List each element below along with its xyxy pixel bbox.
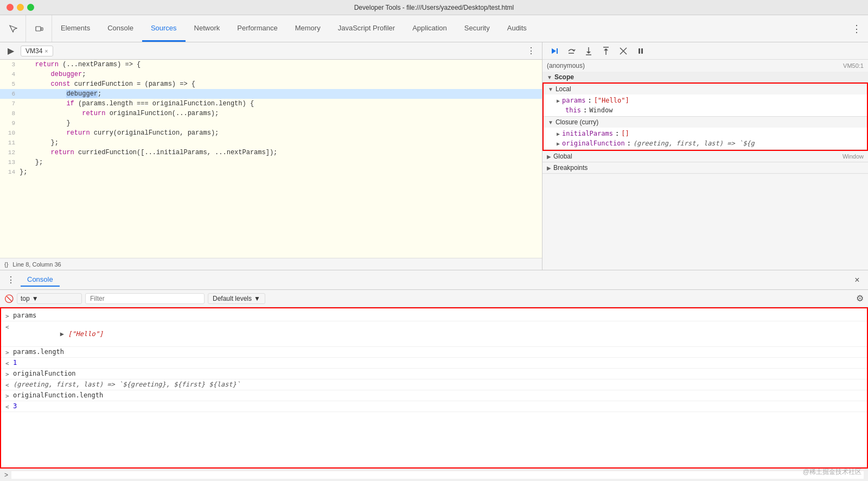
inspect-icon[interactable]: [0, 15, 26, 42]
run-snippet-icon[interactable]: ▶: [4, 45, 17, 58]
console-row[interactable]: < (greeting, first, last) => `${greeting…: [1, 379, 867, 390]
expand-originalfunction-icon[interactable]: ▶: [557, 141, 560, 147]
closure-title: Closure (curry): [556, 118, 598, 126]
vm-reference: VM50:1: [843, 62, 864, 69]
statusbar-braces: {}: [4, 261, 8, 268]
close-button[interactable]: [7, 4, 14, 11]
tab-js-profiler[interactable]: JavaScript Profiler: [329, 15, 404, 42]
var-row-originalfunction[interactable]: ▶ originalFunction : (greeting, first, l…: [544, 138, 867, 148]
scope-label: Scope: [554, 73, 574, 81]
maximize-button[interactable]: [27, 4, 34, 11]
expand-params-icon[interactable]: ▶: [557, 98, 560, 104]
tab-bar: Elements Console Sources Network Perform…: [0, 15, 868, 42]
default-levels-selector[interactable]: Default levels ▼: [208, 293, 265, 304]
console-settings-icon[interactable]: ⚙: [856, 293, 864, 303]
closure-vars: ▶ initialParams : [] ▶ originalFunction …: [544, 128, 867, 149]
var-row-params[interactable]: ▶ params : ["Hello"]: [544, 96, 867, 105]
console-output-arrow: <: [5, 402, 13, 410]
tab-network[interactable]: Network: [186, 15, 229, 42]
step-into-button[interactable]: [582, 45, 596, 57]
code-line: 8 return originalFunction(...params);: [0, 109, 542, 118]
default-levels-label: Default levels: [213, 295, 252, 302]
console-header: ⋮ Console ×: [0, 270, 868, 290]
call-frame-anon[interactable]: (anonymous) VM50:1: [542, 60, 868, 72]
editor-toolbar: ▶ VM34 × ⋮: [0, 42, 542, 60]
console-row[interactable]: < 3: [1, 401, 867, 412]
step-out-button[interactable]: [599, 45, 613, 57]
window-controls[interactable]: [7, 4, 34, 11]
resume-button[interactable]: [547, 45, 561, 57]
tab-console[interactable]: Console: [99, 15, 142, 42]
code-line: 3 return (...nextParams) => {: [0, 60, 542, 69]
console-output-arrow: <: [5, 381, 13, 389]
editor-tab-close[interactable]: ×: [44, 48, 48, 54]
code-line: 4 debugger;: [0, 69, 542, 79]
console-text: 1: [13, 359, 863, 366]
tab-application[interactable]: Application: [404, 15, 456, 42]
var-row-initialparams[interactable]: ▶ initialParams : []: [544, 129, 867, 138]
pause-on-exceptions-button[interactable]: [634, 45, 648, 57]
closure-arrow: ▼: [548, 119, 553, 125]
tab-security[interactable]: Security: [456, 15, 499, 42]
var-value-initialparams: []: [621, 130, 629, 137]
console-row[interactable]: > params: [1, 311, 867, 321]
clear-console-icon[interactable]: 🚫: [4, 294, 14, 303]
tab-elements[interactable]: Elements: [52, 15, 99, 42]
deactivate-breakpoints-button[interactable]: [616, 45, 630, 57]
console-input-arrow: >: [5, 348, 13, 356]
expand-initialparams-icon[interactable]: ▶: [557, 131, 560, 137]
console-row[interactable]: < 1: [1, 358, 867, 369]
context-dropdown-icon: ▼: [32, 295, 39, 302]
context-value: top: [21, 295, 30, 302]
svg-marker-6: [586, 52, 591, 54]
array-expand-icon[interactable]: ▶: [60, 330, 68, 338]
console-row[interactable]: < ▶ ["Hello"]: [1, 321, 867, 347]
console-close-button[interactable]: ×: [851, 274, 864, 287]
titlebar: Developer Tools - file:///Users/yazeed/D…: [0, 0, 868, 15]
var-name-this: this: [565, 106, 581, 114]
local-section-header[interactable]: ▼ Local: [544, 84, 867, 94]
closure-section-header[interactable]: ▼ Closure (curry): [544, 117, 867, 128]
console-output-arrow: <: [5, 359, 13, 367]
prompt-arrow-icon: >: [4, 471, 8, 479]
console-row[interactable]: > originalFunction: [1, 369, 867, 379]
var-row-this[interactable]: this : Window: [544, 105, 867, 115]
debugger-panel: (anonymous) VM50:1 ▼ Scope ▼ Local: [542, 42, 868, 270]
context-selector[interactable]: top ▼: [17, 293, 82, 304]
tab-audits[interactable]: Audits: [499, 15, 535, 42]
call-frame-name: (anonymous): [547, 62, 585, 69]
console-prompt[interactable]: >: [0, 469, 868, 481]
tab-sources[interactable]: Sources: [142, 15, 186, 42]
code-line-highlighted: 6 debugger;: [0, 89, 542, 99]
step-over-button[interactable]: [564, 45, 578, 57]
bottom-pane: ⋮ Console × 🚫 top ▼ Default levels ▼ ⚙: [0, 270, 868, 481]
console-input-arrow: >: [5, 312, 13, 320]
code-line: 12 return curriedFunction([...initialPar…: [0, 148, 542, 157]
console-tab[interactable]: Console: [21, 273, 60, 287]
global-section-header[interactable]: ▶ Global Window: [542, 151, 868, 162]
console-text: originalFunction: [13, 370, 863, 377]
debugger-toolbar: [542, 42, 868, 60]
format-icon[interactable]: ⋮: [525, 45, 538, 58]
device-toolbar-icon[interactable]: [26, 15, 52, 42]
local-vars: ▶ params : ["Hello"] this : Window: [544, 94, 867, 116]
tab-performance[interactable]: Performance: [228, 15, 286, 42]
console-toolbar: 🚫 top ▼ Default levels ▼ ⚙: [0, 290, 868, 307]
breakpoints-section: ▶ Breakpoints: [542, 162, 868, 174]
console-filter-input[interactable]: [85, 293, 205, 304]
svg-rect-1: [41, 28, 43, 30]
console-input[interactable]: [11, 471, 864, 479]
console-row[interactable]: > originalFunction.length: [1, 390, 867, 401]
tab-memory[interactable]: Memory: [286, 15, 329, 42]
breakpoints-header[interactable]: ▶ Breakpoints: [542, 162, 868, 173]
var-colon4: :: [627, 140, 631, 147]
minimize-button[interactable]: [17, 4, 24, 11]
global-arrow: ▶: [547, 154, 551, 160]
source-editor: ▶ VM34 × ⋮ 3 return (...nextParams) => {…: [0, 42, 542, 270]
editor-file-tab[interactable]: VM34 ×: [21, 46, 53, 56]
tab-more-icon[interactable]: ⋮: [845, 15, 868, 42]
console-panel-options-icon[interactable]: ⋮: [4, 274, 17, 287]
editor-toolbar-right: ⋮: [525, 45, 538, 58]
console-row[interactable]: > params.length: [1, 347, 867, 358]
breakpoints-title: Breakpoints: [553, 164, 588, 172]
